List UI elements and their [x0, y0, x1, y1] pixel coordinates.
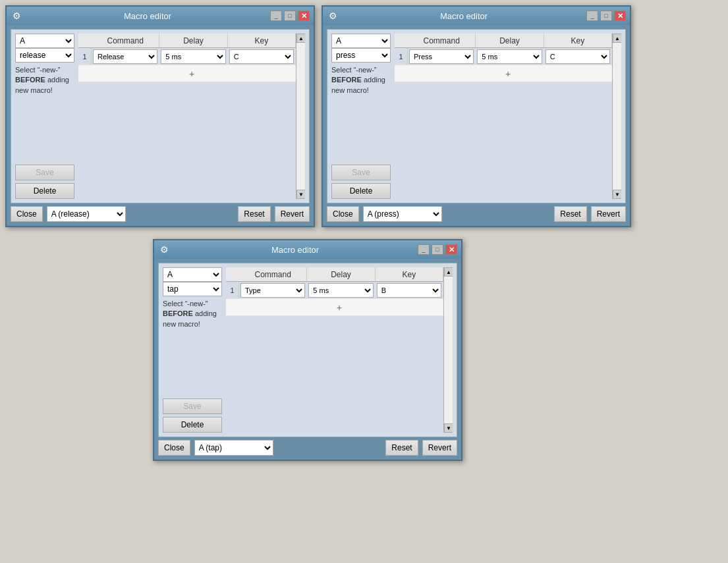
add-row-3[interactable]: +: [226, 299, 453, 316]
delete-button-2[interactable]: Delete: [331, 183, 391, 199]
close-button-3[interactable]: Close: [158, 440, 190, 456]
window-title-1: Macro editor: [25, 11, 270, 21]
close-title-button-3[interactable]: ✕: [445, 244, 457, 255]
window-body-1: A release press tap Select “-new-” BEFOR…: [7, 25, 314, 226]
key-select-3[interactable]: A: [163, 267, 222, 282]
add-row-1[interactable]: +: [78, 65, 305, 82]
type-select-2[interactable]: press release tap: [331, 48, 391, 63]
macro-select-2[interactable]: A (press): [363, 206, 442, 222]
scroll-down-3[interactable]: ▼: [444, 423, 453, 433]
type-select-1[interactable]: release press tap: [15, 48, 74, 63]
command-select-1-1[interactable]: Release Press Type: [93, 49, 157, 64]
header-command-2: Command: [408, 34, 476, 47]
close-button-1[interactable]: Close: [11, 206, 43, 222]
table-header-1: Command Delay Key: [78, 34, 305, 48]
revert-button-1[interactable]: Revert: [275, 206, 310, 222]
inner-panel-2: A press release tap Select “-new-” BEFOR…: [327, 29, 626, 203]
maximize-button-2[interactable]: □: [600, 11, 612, 21]
table-inner-1: Command Delay Key 1 Release Press: [78, 34, 305, 199]
table-header-3: Command Delay Key: [226, 267, 453, 282]
row-command-3-1[interactable]: Type Press Release: [239, 282, 307, 298]
left-buttons-3: Save Delete: [163, 398, 222, 433]
reset-button-3[interactable]: Reset: [385, 440, 418, 456]
reset-button-2[interactable]: Reset: [554, 206, 586, 222]
row-key-3-1[interactable]: B: [376, 282, 443, 298]
scrollbar-3[interactable]: ▲ ▼: [443, 267, 453, 433]
app-icon-2: ⚙: [327, 10, 339, 22]
window-body-2: A press release tap Select “-new-” BEFOR…: [323, 25, 630, 226]
delay-select-3-1[interactable]: 5 ms: [308, 283, 373, 298]
minimize-button-2[interactable]: _: [586, 11, 598, 21]
bottom-bar-1: Close A (release) Reset Revert: [11, 203, 310, 222]
row-delay-3-1[interactable]: 5 ms: [307, 282, 375, 298]
scroll-up-2[interactable]: ▲: [613, 34, 621, 43]
save-button-2[interactable]: Save: [331, 165, 391, 180]
maximize-button-3[interactable]: □: [432, 244, 443, 255]
delay-select-1-1[interactable]: 5 ms: [161, 49, 225, 64]
header-key-2: Key: [544, 34, 612, 47]
add-row-label-1: +: [189, 68, 194, 79]
left-panel-2: A press release tap Select “-new-” BEFOR…: [331, 34, 391, 199]
scroll-down-2[interactable]: ▼: [613, 190, 621, 199]
info-text-1: Select “-new-” BEFORE adding new macro!: [15, 65, 74, 95]
minimize-button-1[interactable]: _: [270, 11, 282, 21]
left-panel-3: A tap press release Select “-new-” BEFOR…: [163, 267, 222, 433]
row-key-2-1[interactable]: C: [544, 48, 612, 65]
macro-editor-window-1: ⚙ Macro editor _ □ ✕ A release press tap: [5, 5, 315, 227]
row-key-1-1[interactable]: C: [228, 48, 296, 65]
key-cell-select-1-1[interactable]: C: [229, 49, 294, 64]
maximize-button-1[interactable]: □: [284, 11, 296, 21]
delete-button-3[interactable]: Delete: [163, 417, 222, 433]
table-header-2: Command Delay Key: [395, 34, 621, 48]
scroll-up-3[interactable]: ▲: [444, 267, 453, 277]
left-panel-full-3: A tap press release Select “-new-” BEFOR…: [163, 267, 222, 433]
key-select-2[interactable]: A: [331, 34, 391, 48]
row-delay-2-1[interactable]: 5 ms: [476, 48, 544, 65]
table-wrapper-2: Command Delay Key 1 Press Release: [395, 34, 621, 199]
save-button-3[interactable]: Save: [163, 398, 222, 414]
header-key-3: Key: [376, 267, 443, 281]
close-title-button-1[interactable]: ✕: [298, 11, 310, 21]
delete-button-1[interactable]: Delete: [15, 183, 74, 199]
reset-button-1[interactable]: Reset: [238, 206, 270, 222]
close-title-button-2[interactable]: ✕: [614, 11, 626, 21]
scrollbar-2[interactable]: ▲ ▼: [612, 34, 621, 199]
macro-select-3[interactable]: A (tap): [194, 440, 273, 456]
left-buttons-2: Save Delete: [331, 165, 391, 199]
key-select-1[interactable]: A: [15, 34, 74, 48]
command-select-3-1[interactable]: Type Press Release: [240, 283, 305, 298]
key-cell-select-2-1[interactable]: C: [546, 49, 610, 64]
inner-panel-1: A release press tap Select “-new-” BEFOR…: [11, 29, 310, 203]
scrollbar-1[interactable]: ▲ ▼: [296, 34, 305, 199]
left-panel-full-2: A press release tap Select “-new-” BEFOR…: [331, 34, 391, 199]
close-button-2[interactable]: Close: [327, 206, 359, 222]
add-row-label-2: +: [505, 68, 511, 79]
revert-button-2[interactable]: Revert: [591, 206, 626, 222]
table-wrapper-1: Command Delay Key 1 Release Press: [78, 34, 305, 199]
bottom-bar-2: Close A (press) Reset Revert: [327, 203, 626, 222]
revert-button-3[interactable]: Revert: [422, 440, 457, 456]
row-num-1-1: 1: [78, 48, 92, 65]
add-row-label-3: +: [337, 302, 342, 313]
title-bar-3: ⚙ Macro editor _ □ ✕: [154, 240, 461, 259]
minimize-button-3[interactable]: _: [418, 244, 430, 255]
row-command-2-1[interactable]: Press Release Type: [408, 48, 476, 65]
scroll-up-1[interactable]: ▲: [296, 34, 305, 43]
row-delay-1-1[interactable]: 5 ms: [159, 48, 227, 65]
add-row-2[interactable]: +: [395, 65, 621, 82]
delay-select-2-1[interactable]: 5 ms: [477, 49, 542, 64]
header-command-1: Command: [92, 34, 159, 47]
scroll-track-1: [296, 43, 305, 190]
key-cell-select-3-1[interactable]: B: [377, 283, 441, 298]
header-key-1: Key: [228, 34, 296, 47]
scroll-down-1[interactable]: ▼: [296, 190, 305, 199]
row-num-2-1: 1: [395, 48, 408, 65]
app-icon-1: ⚙: [11, 10, 22, 22]
macro-select-1[interactable]: A (release): [47, 206, 126, 222]
type-select-3[interactable]: tap press release: [163, 282, 222, 296]
row-command-1-1[interactable]: Release Press Type: [92, 48, 159, 65]
window-body-3: A tap press release Select “-new-” BEFOR…: [154, 259, 461, 460]
title-bar-controls-2: _ □ ✕: [586, 11, 626, 21]
command-select-2-1[interactable]: Press Release Type: [409, 49, 474, 64]
save-button-1[interactable]: Save: [15, 165, 74, 180]
